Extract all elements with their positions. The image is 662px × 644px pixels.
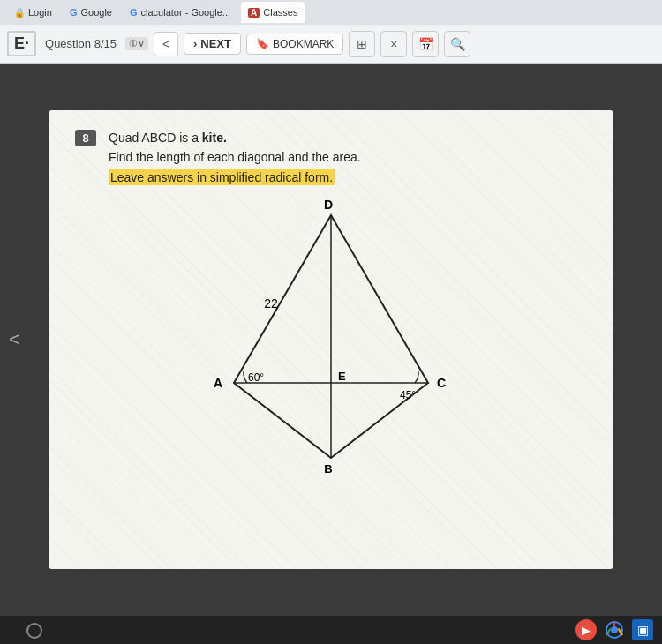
classes-icon: A bbox=[248, 8, 260, 18]
main-content-area: < 8 Quad ABCD is a kite. Find the length… bbox=[0, 64, 662, 616]
tab-login[interactable]: 🔒 Login bbox=[7, 2, 59, 23]
play-button[interactable]: ▶ bbox=[575, 619, 597, 640]
login-icon: 🔒 bbox=[14, 8, 25, 18]
bookmark-label: BOOKMARK bbox=[273, 38, 334, 50]
angle-c-label: 45° bbox=[400, 389, 416, 401]
next-button[interactable]: › NEXT bbox=[184, 33, 241, 55]
tab-google1-label: Google bbox=[80, 7, 111, 18]
svg-point-1 bbox=[611, 626, 618, 633]
kite-svg: D A C B E 22 60° 45° bbox=[163, 198, 499, 480]
browser-tabs-bar: 🔒 Login G Google G claculator - Google..… bbox=[0, 0, 662, 25]
system-circle bbox=[26, 623, 42, 639]
side-22-label: 22 bbox=[264, 296, 278, 311]
question-progress: Question 8/15 bbox=[45, 37, 117, 50]
apps-button[interactable]: ▣ bbox=[632, 619, 653, 640]
search-button[interactable]: 🔍 bbox=[444, 31, 470, 57]
angle-a-arc bbox=[244, 371, 247, 383]
question-header: 8 Quad ABCD is a kite. Find the length o… bbox=[75, 128, 587, 187]
next-arrow: › bbox=[193, 37, 197, 50]
close-icon: × bbox=[390, 37, 397, 51]
navigation-bar: E· Question 8/15 ①∨ < › NEXT 🔖 BOOKMARK … bbox=[0, 25, 662, 64]
question-line1-bold: kite. bbox=[202, 131, 227, 145]
question-card: 8 Quad ABCD is a kite. Find the length o… bbox=[49, 110, 613, 569]
vertex-a-label: A bbox=[214, 376, 222, 390]
vertex-c-label: C bbox=[437, 376, 446, 390]
apps-icon: ▣ bbox=[637, 623, 649, 637]
calendar-button[interactable]: 📅 bbox=[412, 31, 439, 57]
question-line1: Quad ABCD is a kite. bbox=[109, 128, 361, 147]
angle-c-arc bbox=[415, 371, 418, 383]
tab-classes-label: Classes bbox=[263, 7, 297, 18]
question-text: Quad ABCD is a kite. Find the length of … bbox=[109, 128, 361, 187]
prev-button[interactable]: < bbox=[154, 32, 178, 56]
question-line2: Find the length of each diagonal and the… bbox=[109, 147, 361, 167]
kite-diagram: D A C B E 22 60° 45° bbox=[75, 198, 587, 480]
play-icon: ▶ bbox=[582, 624, 591, 637]
question-line1-normal: Quad ABCD is a bbox=[109, 131, 202, 145]
app-label: E· bbox=[7, 31, 36, 56]
calendar-icon: 📅 bbox=[418, 37, 433, 51]
left-nav-arrow[interactable]: < bbox=[9, 328, 20, 351]
system-taskbar: ▶ ▣ bbox=[0, 616, 662, 644]
bookmark-icon: 🔖 bbox=[256, 38, 269, 50]
tab-google2[interactable]: G claculator - Google... bbox=[123, 2, 237, 23]
tab-google1[interactable]: G Google bbox=[63, 2, 119, 23]
question-highlighted-text: Leave answers in simplified radical form… bbox=[109, 169, 335, 185]
version-badge: ①∨ bbox=[125, 37, 148, 50]
search-icon: 🔍 bbox=[450, 37, 465, 51]
left-arrow-icon: < bbox=[9, 328, 20, 350]
vertex-d-label: D bbox=[324, 198, 333, 212]
vertex-e-label: E bbox=[338, 370, 346, 383]
prev-icon: < bbox=[162, 37, 169, 51]
next-label: NEXT bbox=[200, 37, 231, 50]
google2-icon: G bbox=[130, 7, 138, 18]
google1-icon: G bbox=[70, 7, 78, 18]
close-button[interactable]: × bbox=[380, 31, 407, 57]
tab-google2-label: claculator - Google... bbox=[141, 7, 231, 18]
angle-a-label: 60° bbox=[248, 371, 264, 384]
grid-icon: ⊞ bbox=[357, 37, 367, 51]
chrome-button[interactable] bbox=[604, 619, 625, 640]
chrome-icon-svg bbox=[606, 621, 623, 639]
vertex-b-label: B bbox=[324, 462, 332, 476]
tab-login-label: Login bbox=[28, 7, 52, 18]
bookmark-button[interactable]: 🔖 BOOKMARK bbox=[246, 34, 343, 55]
question-number: 8 bbox=[75, 130, 96, 146]
question-line3: Leave answers in simplified radical form… bbox=[109, 168, 361, 187]
grid-button[interactable]: ⊞ bbox=[349, 31, 375, 57]
tab-classes[interactable]: A Classes bbox=[241, 2, 305, 23]
